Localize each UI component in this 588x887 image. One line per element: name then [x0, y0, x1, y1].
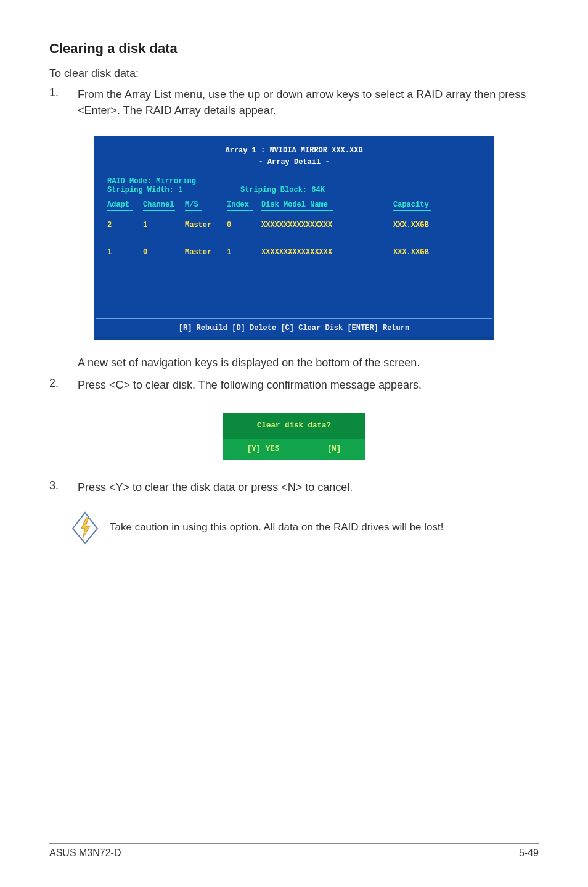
raid-array-detail-screen: Array 1 : NVIDIA MIRROR XXX.XXG - Array … [94, 136, 494, 340]
step-3: 3. Press <Y> to clear the disk data or p… [49, 479, 539, 495]
intro-text: To clear disk data: [49, 65, 539, 81]
step-1-text: From the Array List menu, use the up or … [78, 86, 539, 118]
step-2: 2. Press <C> to clear disk. The followin… [49, 377, 539, 393]
step-3-number: 3. [49, 479, 63, 495]
step-1: 1. From the Array List menu, use the up … [49, 86, 539, 118]
striping-line: Striping Width: 1 Striping Block: 64K [107, 186, 481, 194]
raid-mode-line: RAID Mode: Mirroring [107, 177, 481, 186]
terminal-title-line2: - Array Detail - [107, 156, 481, 168]
nav-keys-note: A new set of navigation keys is displaye… [78, 355, 539, 371]
table-header-underline [107, 209, 481, 211]
page-footer: ASUS M3N72-D 5-49 [49, 843, 539, 859]
table-row: 10Master1XXXXXXXXXXXXXXXXXXX.XXGB [107, 239, 481, 265]
caution-text: Take caution in using this option. All d… [110, 520, 539, 535]
note-rule-bottom [110, 540, 539, 540]
note-rule-top [110, 516, 539, 516]
step-3-text: Press <Y> to clear the disk data or pres… [78, 479, 539, 495]
step-1-number: 1. [49, 86, 63, 118]
lightning-warning-icon [71, 511, 99, 545]
step-2-text: Press <C> to clear disk. The following c… [78, 377, 539, 393]
clear-disk-dialog: Clear disk data? [Y] YES [N] [49, 413, 539, 460]
footer-left: ASUS M3N72-D [49, 848, 121, 859]
dialog-no-option: [N] [327, 445, 341, 453]
terminal-footer-keys: [R] Rebuild [D] Delete [C] Clear Disk [E… [96, 318, 492, 337]
dialog-yes-option: [Y] YES [247, 445, 280, 453]
terminal-title-line1: Array 1 : NVIDIA MIRROR XXX.XXG [107, 144, 481, 156]
step-2-number: 2. [49, 377, 63, 393]
dialog-question: Clear disk data? [223, 413, 365, 439]
table-header: AdaptChannelM/SIndexDisk Model NameCapac… [107, 200, 481, 209]
caution-note: Take caution in using this option. All d… [71, 511, 539, 545]
footer-right: 5-49 [519, 848, 539, 859]
section-heading: Clearing a disk data [49, 41, 539, 57]
table-row: 21Master0XXXXXXXXXXXXXXXXXXX.XXGB [107, 212, 481, 238]
